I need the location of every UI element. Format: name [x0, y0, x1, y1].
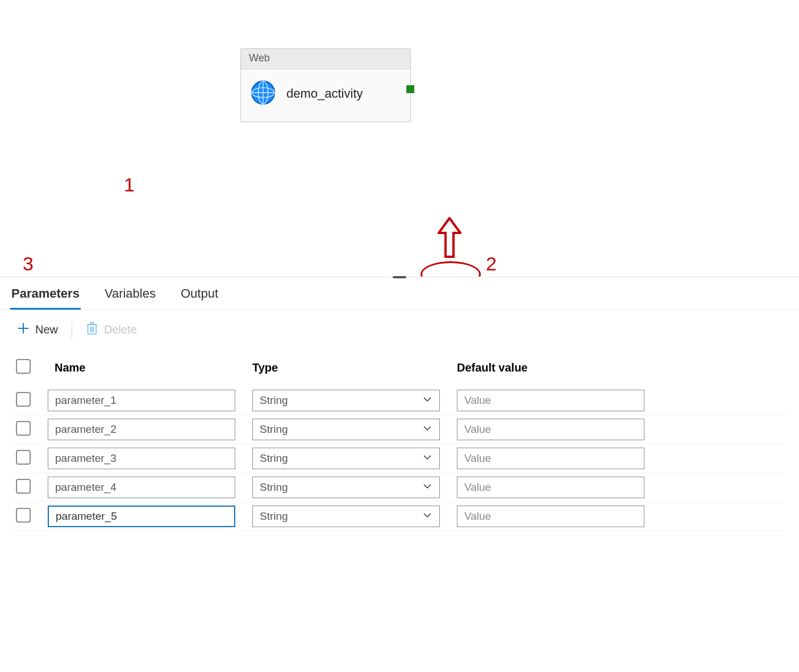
- grip-icon: [393, 276, 406, 278]
- parameter-default-value-input[interactable]: [457, 477, 644, 498]
- new-button-label: New: [35, 323, 58, 336]
- row-checkbox[interactable]: [16, 450, 31, 465]
- details-panel: Parameters Variables Output New: [0, 277, 799, 554]
- column-header-name: Name: [48, 361, 252, 374]
- parameter-name-input[interactable]: [48, 506, 235, 527]
- chevron-down-icon: [422, 481, 432, 494]
- activity-success-port[interactable]: [406, 85, 414, 93]
- row-checkbox[interactable]: [16, 479, 31, 494]
- tab-parameters[interactable]: Parameters: [10, 283, 81, 310]
- parameter-type-value: String: [260, 481, 288, 494]
- table-row: String: [14, 444, 785, 473]
- parameter-type-value: String: [260, 510, 288, 523]
- annotation-1: 1: [124, 174, 135, 196]
- column-header-type: Type: [252, 361, 457, 374]
- row-checkbox[interactable]: [16, 392, 31, 407]
- activity-type-label: Web: [241, 49, 410, 69]
- parameter-type-value: String: [260, 423, 288, 436]
- parameter-default-value-input[interactable]: [457, 390, 644, 411]
- parameter-default-value-input[interactable]: [457, 506, 644, 527]
- panel-resize-grip[interactable]: [391, 274, 408, 281]
- parameters-grid: Name Type Default value StringStringStri…: [0, 352, 799, 554]
- parameter-type-select[interactable]: String: [252, 419, 440, 440]
- delete-button: Delete: [82, 319, 140, 340]
- tab-output[interactable]: Output: [180, 283, 219, 310]
- parameter-type-value: String: [260, 394, 288, 407]
- table-row: String: [14, 386, 785, 415]
- annotation-3: 3: [23, 253, 34, 275]
- annotation-arrow-up-icon: [438, 217, 461, 258]
- globe-icon: [250, 80, 276, 108]
- activity-body: demo_activity: [241, 69, 410, 122]
- parameters-toolbar: New Delete: [0, 310, 799, 352]
- column-header-default-value: Default value: [457, 361, 661, 374]
- row-checkbox[interactable]: [16, 421, 31, 436]
- table-row: String: [14, 415, 785, 444]
- grid-header: Name Type Default value: [14, 352, 785, 386]
- activity-node-web[interactable]: Web demo_activity: [240, 48, 411, 122]
- tab-variables[interactable]: Variables: [103, 283, 157, 310]
- parameter-name-input[interactable]: [48, 419, 235, 440]
- chevron-down-icon: [422, 394, 432, 407]
- chevron-down-icon: [422, 452, 432, 465]
- annotation-2: 2: [486, 253, 497, 275]
- parameter-default-value-input[interactable]: [457, 419, 644, 440]
- parameter-name-input[interactable]: [48, 477, 235, 498]
- parameter-default-value-input[interactable]: [457, 448, 644, 469]
- select-all-checkbox[interactable]: [16, 359, 31, 374]
- parameter-type-select[interactable]: String: [252, 448, 440, 469]
- parameter-name-input[interactable]: [48, 448, 235, 469]
- row-checkbox[interactable]: [16, 508, 31, 523]
- plus-icon: [17, 322, 30, 337]
- svg-rect-12: [90, 323, 94, 324]
- chevron-down-icon: [422, 510, 432, 523]
- parameter-type-value: String: [260, 452, 288, 465]
- parameter-type-select[interactable]: String: [252, 477, 440, 498]
- parameter-name-input[interactable]: [48, 390, 235, 411]
- table-row: String: [14, 473, 785, 502]
- toolbar-divider: [72, 322, 72, 339]
- delete-button-label: Delete: [104, 323, 137, 336]
- trash-icon: [86, 322, 98, 338]
- new-button[interactable]: New: [14, 320, 61, 340]
- panel-tabs: Parameters Variables Output: [0, 277, 799, 310]
- chevron-down-icon: [422, 423, 432, 436]
- parameter-type-select[interactable]: String: [252, 506, 440, 527]
- parameter-type-select[interactable]: String: [252, 390, 440, 411]
- table-row: String: [14, 502, 785, 531]
- activity-name: demo_activity: [286, 86, 363, 101]
- pipeline-canvas[interactable]: Web demo_activity: [0, 0, 799, 277]
